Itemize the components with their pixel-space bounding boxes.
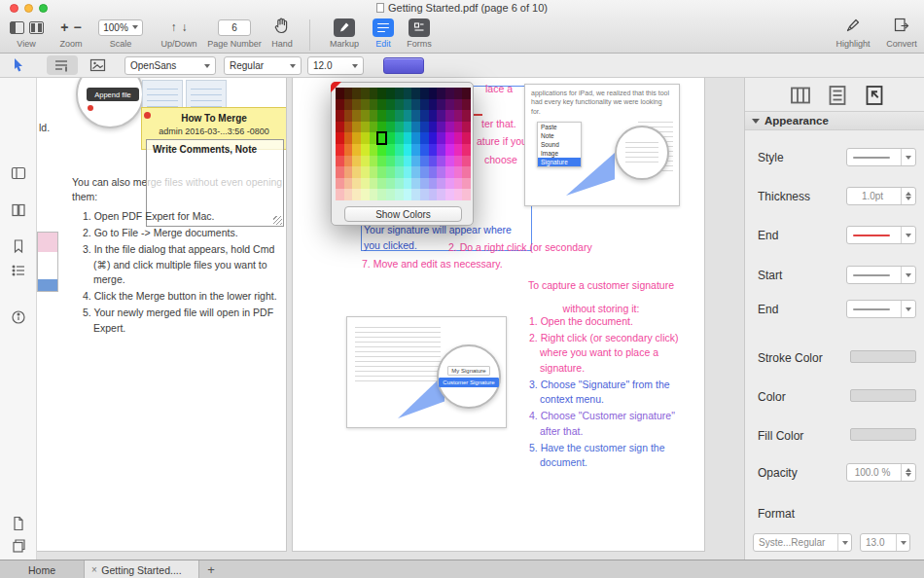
color-swatch-cell[interactable] xyxy=(420,99,429,111)
color-swatch-cell[interactable] xyxy=(404,88,412,99)
color-swatch-cell[interactable] xyxy=(437,166,445,178)
outline-list-icon[interactable] xyxy=(11,263,26,278)
hand-tool-icon[interactable] xyxy=(273,17,291,38)
color-swatch-cell[interactable] xyxy=(437,99,445,111)
color-swatch-cell[interactable] xyxy=(454,156,463,167)
color-swatch-cell[interactable] xyxy=(429,189,438,200)
color-swatch-cell[interactable] xyxy=(386,189,395,200)
color-swatch-cell[interactable] xyxy=(386,178,395,190)
color-swatch-cell[interactable] xyxy=(454,132,463,144)
select-tool-icon[interactable] xyxy=(13,57,24,77)
color-swatch-cell[interactable] xyxy=(344,156,353,167)
color-swatch-cell[interactable] xyxy=(437,178,445,190)
color-swatch-cell[interactable] xyxy=(420,110,429,122)
markup-tool-icon[interactable] xyxy=(334,18,355,37)
color-swatch-cell[interactable] xyxy=(352,122,361,133)
color-swatch-cell[interactable] xyxy=(352,144,361,156)
color-swatch-cell[interactable] xyxy=(420,189,429,200)
color-swatch-cell[interactable] xyxy=(395,178,404,190)
color-swatch-cell[interactable] xyxy=(361,166,370,178)
page-down-button[interactable]: ↓ xyxy=(182,18,188,36)
opacity-stepper[interactable]: 100.0 % xyxy=(846,463,916,482)
forms-tool-icon[interactable] xyxy=(409,18,430,37)
color-swatch-cell[interactable] xyxy=(454,144,463,156)
color-swatch-cell[interactable] xyxy=(429,88,438,99)
color-swatch-cell[interactable] xyxy=(370,144,378,156)
color-swatch-cell[interactable] xyxy=(420,88,429,99)
color-swatch-cell[interactable] xyxy=(437,189,445,200)
color-swatch-cell[interactable] xyxy=(437,156,445,167)
color-swatch-cell[interactable] xyxy=(445,132,454,144)
color-swatch-cell[interactable] xyxy=(445,88,454,99)
font-family-select[interactable]: OpenSans xyxy=(124,56,216,75)
format-size-dropdown[interactable]: 13.0 xyxy=(860,533,910,552)
color-swatch-cell[interactable] xyxy=(437,110,445,122)
color-swatch-cell[interactable] xyxy=(361,144,370,156)
color-swatch-cell[interactable] xyxy=(429,110,438,122)
zoom-out-button[interactable]: − xyxy=(74,18,82,36)
color-swatch-cell[interactable] xyxy=(420,122,429,133)
color-swatch-cell[interactable] xyxy=(445,99,454,111)
appearance-header[interactable]: Appearance xyxy=(745,111,924,130)
highlight-tool-icon[interactable] xyxy=(844,17,862,38)
color-swatch-cell[interactable] xyxy=(336,166,344,178)
color-swatch-cell[interactable] xyxy=(395,110,404,122)
color-swatch-cell[interactable] xyxy=(429,166,438,178)
convert-tool-icon[interactable] xyxy=(893,17,910,38)
color-swatch-cell[interactable] xyxy=(344,99,353,111)
color-swatch-cell[interactable] xyxy=(404,189,412,200)
color-swatch-cell[interactable] xyxy=(420,132,429,144)
color-swatch-cell[interactable] xyxy=(352,189,361,200)
color-swatch-cell[interactable] xyxy=(352,156,361,167)
color-swatch-cell[interactable] xyxy=(445,110,454,122)
scale-dropdown[interactable]: 100% xyxy=(98,19,143,36)
color-swatch-cell[interactable] xyxy=(411,144,420,156)
page-up-button[interactable]: ↑ xyxy=(171,18,177,36)
start-style-dropdown[interactable] xyxy=(846,266,916,284)
color-swatch-cell[interactable] xyxy=(420,156,429,167)
continuous-pages-icon[interactable] xyxy=(11,538,26,554)
color-swatch-cell[interactable] xyxy=(411,178,420,190)
color-swatch-cell[interactable] xyxy=(370,110,378,122)
color-swatch-cell[interactable] xyxy=(404,178,412,190)
color-swatch-cell[interactable] xyxy=(462,99,471,111)
color-swatch-cell[interactable] xyxy=(386,110,395,122)
color-swatch-cell[interactable] xyxy=(377,144,386,156)
color-swatch-cell[interactable] xyxy=(377,99,386,111)
magnifier-annotation[interactable]: Append file xyxy=(76,78,144,128)
color-swatch-cell[interactable] xyxy=(386,88,395,99)
color-swatch-cell[interactable] xyxy=(454,110,463,122)
color-swatch-cell[interactable] xyxy=(437,122,445,133)
text-tool-button[interactable] xyxy=(47,55,78,75)
two-page-view-icon[interactable] xyxy=(29,21,44,34)
color-swatch-cell[interactable] xyxy=(377,110,386,122)
color-swatch-cell[interactable] xyxy=(370,189,378,200)
color-swatch-cell[interactable] xyxy=(462,88,471,99)
color-swatch-cell[interactable] xyxy=(336,132,344,144)
close-tab-icon[interactable]: × xyxy=(91,564,97,575)
page-number-input[interactable]: 6 xyxy=(218,19,251,36)
thickness-stepper[interactable]: 1.0pt xyxy=(846,187,916,205)
color-swatch-cell[interactable] xyxy=(404,156,412,167)
color-swatch-cell[interactable] xyxy=(352,99,361,111)
end2-style-dropdown[interactable] xyxy=(846,300,916,318)
color-swatch-cell[interactable] xyxy=(429,122,438,133)
color-swatch-cell[interactable] xyxy=(437,88,445,99)
color-swatch-cell[interactable] xyxy=(411,110,420,122)
color-swatch-cell[interactable] xyxy=(344,144,353,156)
format-font-dropdown[interactable]: Syste...Regular xyxy=(753,533,852,552)
color-swatch-cell[interactable] xyxy=(377,132,386,144)
edit-tool-icon[interactable] xyxy=(373,18,394,37)
color-swatch-cell[interactable] xyxy=(404,99,412,111)
color-swatch-cell[interactable] xyxy=(370,166,378,178)
columns-panel-icon[interactable] xyxy=(789,84,812,107)
color-swatch-cell[interactable] xyxy=(420,166,429,178)
color-swatch-cell[interactable] xyxy=(429,132,438,144)
bookmark-icon[interactable] xyxy=(11,238,26,254)
stepper-arrows-icon[interactable] xyxy=(901,188,915,204)
color-swatch-cell[interactable] xyxy=(361,156,370,167)
color-swatch-cell[interactable] xyxy=(429,156,438,167)
color-swatch-cell[interactable] xyxy=(336,122,344,133)
annotations-panel-icon[interactable] xyxy=(863,84,886,107)
color-swatch-cell[interactable] xyxy=(370,88,378,99)
